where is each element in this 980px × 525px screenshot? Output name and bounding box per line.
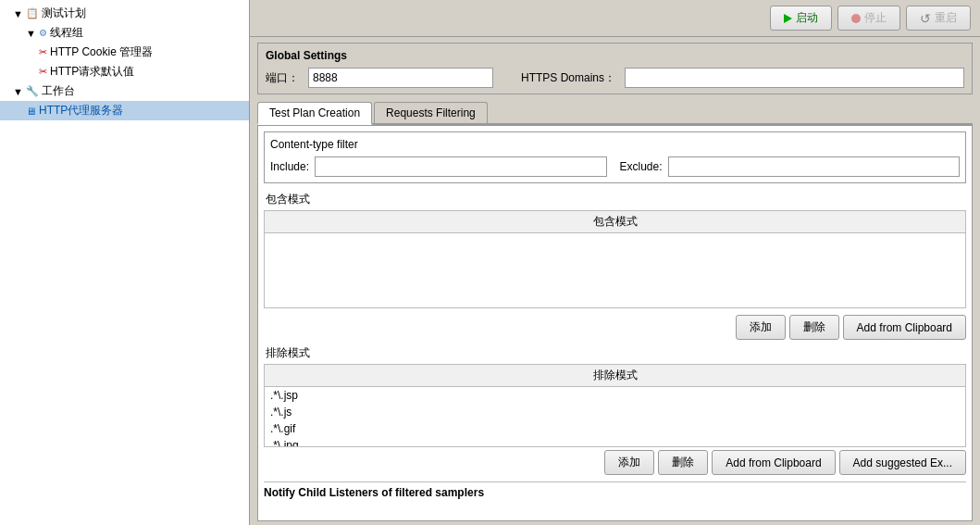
test-plan-label: 测试计划 bbox=[42, 6, 86, 21]
http-default-label: HTTP请求默认值 bbox=[50, 64, 134, 80]
reset-label: 重启 bbox=[935, 10, 957, 26]
exclude-items: .*\.jsp.*\.js.*\.gif.*\.jpg.*\.png bbox=[265, 387, 965, 447]
exclude-header: 排除模式 bbox=[265, 365, 965, 387]
sidebar-item-thread-group[interactable]: ▼ ⚙ 线程组 bbox=[0, 23, 249, 43]
exclude-clipboard-button[interactable]: Add from Clipboard bbox=[712, 450, 835, 475]
content-area: Global Settings 端口： HTTPS Domains： Test … bbox=[250, 37, 980, 525]
exclude-list: 排除模式 .*\.jsp.*\.js.*\.gif.*\.jpg.*\.png bbox=[264, 364, 966, 447]
workbench-icon: 🔧 bbox=[26, 85, 39, 97]
http-proxy-label: HTTP代理服务器 bbox=[39, 103, 123, 119]
tab-panel: Content-type filter Include: Exclude: 包含… bbox=[257, 125, 973, 521]
include-add-button[interactable]: 添加 bbox=[736, 315, 786, 340]
stop-button[interactable]: 停止 bbox=[837, 6, 900, 31]
exclude-list-item[interactable]: .*\.jpg bbox=[265, 437, 965, 447]
include-input[interactable] bbox=[315, 156, 606, 177]
workbench-expand-icon: ▼ bbox=[13, 86, 23, 97]
include-clipboard-button[interactable]: Add from Clipboard bbox=[843, 315, 966, 340]
include-add-label: 添加 bbox=[750, 319, 772, 335]
start-label: 启动 bbox=[796, 10, 818, 26]
main-panel: 启动 停止 ↺ 重启 Global Settings 端口： HTTPS Dom… bbox=[250, 0, 980, 525]
stop-label: 停止 bbox=[864, 10, 887, 26]
thread-group-cog-icon: ⚙ bbox=[39, 28, 47, 38]
port-label: 端口： bbox=[266, 70, 299, 86]
test-plan-icon: ▼ bbox=[13, 8, 23, 19]
include-list bbox=[265, 233, 965, 307]
sidebar-item-http-default[interactable]: ✂ HTTP请求默认值 bbox=[0, 62, 249, 81]
sidebar-item-test-plan[interactable]: ▼ 📋 测试计划 bbox=[0, 4, 249, 23]
http-cookie-icon: ✂ bbox=[39, 46, 47, 58]
sidebar-item-workbench[interactable]: ▼ 🔧 工作台 bbox=[0, 81, 249, 101]
exclude-add-button[interactable]: 添加 bbox=[604, 450, 654, 475]
exclude-delete-label: 删除 bbox=[672, 455, 694, 470]
exclude-section-label: 排除模式 bbox=[264, 343, 966, 364]
include-label: Include: bbox=[270, 160, 309, 173]
include-section-label: 包含模式 bbox=[264, 189, 966, 210]
port-input[interactable] bbox=[308, 68, 493, 88]
play-icon bbox=[784, 14, 792, 23]
notify-section: Notify Child Listeners of filtered sampl… bbox=[264, 481, 966, 499]
reset-button[interactable]: ↺ 重启 bbox=[906, 6, 971, 31]
exclude-suggested-button[interactable]: Add suggested Ex... bbox=[839, 450, 966, 475]
start-button[interactable]: 启动 bbox=[770, 6, 832, 31]
exclude-buttons: 添加 删除 Add from Clipboard Add suggested E… bbox=[264, 447, 966, 478]
include-delete-label: 删除 bbox=[803, 319, 825, 335]
thread-group-icon: ▼ bbox=[26, 28, 36, 39]
http-default-icon: ✂ bbox=[39, 66, 47, 78]
https-input[interactable] bbox=[625, 68, 964, 88]
global-settings-panel: Global Settings 端口： HTTPS Domains： bbox=[257, 43, 973, 94]
sidebar-item-http-proxy[interactable]: 🖥 HTTP代理服务器 bbox=[0, 101, 249, 120]
tab-requests-filtering-label: Requests Filtering bbox=[386, 106, 476, 119]
exclude-list-item[interactable]: .*\.js bbox=[265, 404, 965, 420]
exclude-add-label: 添加 bbox=[618, 455, 640, 470]
http-cookie-label: HTTP Cookie 管理器 bbox=[50, 44, 153, 60]
tab-test-plan-creation-label: Test Plan Creation bbox=[269, 106, 360, 119]
global-settings-title: Global Settings bbox=[266, 49, 964, 62]
include-patterns-section: 包含模式 包含模式 添加 删除 Add from Clipboard bbox=[264, 189, 966, 343]
exclude-input[interactable] bbox=[668, 156, 960, 177]
include-header: 包含模式 bbox=[265, 211, 965, 233]
include-buttons: 添加 删除 Add from Clipboard bbox=[264, 312, 966, 343]
exclude-list-item[interactable]: .*\.jsp bbox=[265, 387, 965, 404]
thread-group-label: 线程组 bbox=[50, 25, 83, 41]
tabs-row: Test Plan Creation Requests Filtering bbox=[257, 102, 973, 125]
exclude-delete-button[interactable]: 删除 bbox=[658, 450, 708, 475]
content-type-filter: Content-type filter Include: Exclude: bbox=[264, 131, 966, 183]
workbench-label: 工作台 bbox=[42, 83, 75, 99]
notify-label: Notify Child Listeners of filtered sampl… bbox=[264, 486, 484, 499]
tab-requests-filtering[interactable]: Requests Filtering bbox=[374, 102, 488, 123]
filter-title: Content-type filter bbox=[270, 138, 960, 151]
include-delete-button[interactable]: 删除 bbox=[789, 315, 839, 340]
http-proxy-icon: 🖥 bbox=[26, 106, 36, 117]
sidebar-item-http-cookie[interactable]: ✂ HTTP Cookie 管理器 bbox=[0, 43, 249, 62]
exclude-list-item[interactable]: .*\.gif bbox=[265, 420, 965, 437]
reset-icon: ↺ bbox=[920, 11, 931, 26]
toolbar: 启动 停止 ↺ 重启 bbox=[250, 0, 980, 37]
exclude-label: Exclude: bbox=[620, 160, 663, 173]
exclude-suggested-label: Add suggested Ex... bbox=[853, 456, 952, 469]
exclude-patterns-section: 排除模式 排除模式 .*\.jsp.*\.js.*\.gif.*\.jpg.*\… bbox=[264, 343, 966, 478]
include-clipboard-label: Add from Clipboard bbox=[857, 321, 952, 334]
tab-test-plan-creation[interactable]: Test Plan Creation bbox=[257, 102, 372, 125]
include-area: 包含模式 bbox=[264, 210, 966, 308]
exclude-clipboard-label: Add from Clipboard bbox=[726, 456, 821, 469]
https-label: HTTPS Domains： bbox=[521, 70, 615, 86]
test-plan-folder-icon: 📋 bbox=[26, 7, 39, 19]
sidebar: ▼ 📋 测试计划 ▼ ⚙ 线程组 ✂ HTTP Cookie 管理器 ✂ HTT… bbox=[0, 0, 250, 525]
stop-icon bbox=[851, 14, 861, 23]
